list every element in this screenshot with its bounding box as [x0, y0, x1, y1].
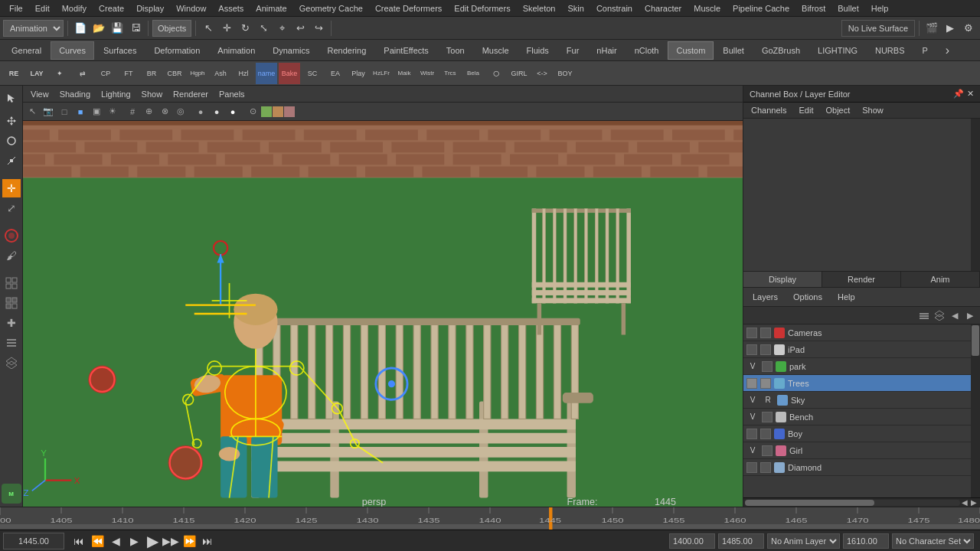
- vp-outline-icon[interactable]: ⊙: [245, 104, 260, 119]
- tab-bullet[interactable]: Bullet: [714, 41, 753, 60]
- vp-sphere2-icon[interactable]: ●: [209, 104, 224, 119]
- menu-edit-deformers[interactable]: Edit Deformers: [448, 0, 516, 17]
- play-back-button[interactable]: ▶: [126, 533, 142, 549]
- layer-stack2-icon[interactable]: [933, 308, 946, 322]
- vp-wireframe-icon[interactable]: □: [57, 104, 72, 119]
- ipr-icon[interactable]: ▶: [942, 20, 959, 37]
- menu-animate[interactable]: Animate: [250, 0, 292, 17]
- vp-color3-icon[interactable]: [284, 106, 295, 117]
- menu-file[interactable]: File: [3, 0, 29, 17]
- paint-tool[interactable]: 🖌: [2, 246, 21, 265]
- show-manipulator-tool[interactable]: ✛: [2, 179, 21, 197]
- layer2-tool[interactable]: [2, 354, 21, 372]
- shelf-lay[interactable]: LAY: [26, 63, 47, 84]
- shelf-name[interactable]: name: [256, 63, 277, 84]
- layer-vis-check[interactable]: [746, 344, 757, 355]
- menu-skeleton[interactable]: Skeleton: [517, 0, 562, 17]
- menu-bifrost[interactable]: Bifrost: [795, 0, 831, 17]
- layer-vis-check[interactable]: [746, 378, 757, 389]
- tab-scroll-right[interactable]: ›: [937, 41, 958, 60]
- anim-layer-select[interactable]: No Anim Layer: [767, 533, 840, 549]
- layer-bench[interactable]: V Bench: [743, 409, 971, 425]
- vp-menu-renderer[interactable]: Renderer: [168, 86, 213, 103]
- vp-sphere1-icon[interactable]: ●: [193, 104, 208, 119]
- menu-assets[interactable]: Assets: [212, 0, 250, 17]
- scrollbar-thumb[interactable]: [972, 325, 979, 356]
- menu-bullet[interactable]: Bullet: [831, 0, 865, 17]
- subtab-help[interactable]: Help: [831, 291, 861, 303]
- menu-character[interactable]: Character: [639, 0, 688, 17]
- layer-ref-check[interactable]: [760, 328, 771, 338]
- tab-fluids[interactable]: Fluids: [518, 41, 557, 60]
- last-tool[interactable]: ⤢: [2, 199, 21, 217]
- tab-p[interactable]: P: [914, 41, 936, 60]
- viewport-scene[interactable]: X Y Z persp Frame: 1445: [23, 121, 743, 507]
- layer-ref-check[interactable]: [762, 361, 773, 372]
- menu-window[interactable]: Window: [170, 0, 212, 17]
- layers-scrollbar[interactable]: [971, 324, 980, 497]
- menu-display[interactable]: Display: [130, 0, 170, 17]
- grid2-tool[interactable]: [2, 294, 21, 312]
- save-as-icon[interactable]: 🖫: [127, 20, 144, 37]
- shelf-wistr[interactable]: Wistr: [416, 63, 438, 84]
- shelf-hzlfr[interactable]: HzLFr: [371, 63, 392, 84]
- object-menu[interactable]: Object: [821, 104, 854, 116]
- tab-animation[interactable]: Animation: [209, 41, 263, 60]
- tab-nhair[interactable]: nHair: [588, 41, 625, 60]
- shelf-sc[interactable]: SC: [302, 63, 323, 84]
- menu-constrain[interactable]: Constrain: [590, 0, 639, 17]
- shelf-cp[interactable]: CP: [95, 63, 116, 84]
- go-end-button[interactable]: ⏭: [199, 533, 216, 549]
- select-tool[interactable]: [2, 89, 21, 107]
- range-end-input[interactable]: [718, 533, 764, 549]
- layer-ref-check[interactable]: [762, 445, 773, 456]
- layers-tool[interactable]: [2, 334, 21, 352]
- menu-create-deformers[interactable]: Create Deformers: [369, 0, 448, 17]
- tab-anim[interactable]: Anim: [901, 272, 980, 287]
- edit-menu[interactable]: Edit: [794, 104, 818, 116]
- timeline-ruler[interactable]: 1400 1405 1410 1415 1420 1425 1430 1435 …: [0, 507, 980, 530]
- tab-ncloth[interactable]: nCloth: [626, 41, 668, 60]
- tab-curves[interactable]: Curves: [51, 41, 94, 60]
- layer-vis-check[interactable]: [746, 429, 757, 439]
- scroll-left-icon[interactable]: ◀: [960, 498, 969, 507]
- show-menu[interactable]: Show: [858, 104, 888, 116]
- shelf-ash[interactable]: Ash: [210, 63, 231, 84]
- right-panel-pin[interactable]: 📌: [953, 89, 964, 99]
- vp-snap-icon[interactable]: ⊕: [141, 104, 156, 119]
- tab-muscle[interactable]: Muscle: [474, 41, 518, 60]
- layer-ipad[interactable]: iPad: [743, 341, 971, 358]
- menu-skin[interactable]: Skin: [561, 0, 590, 17]
- shelf-play[interactable]: Play: [348, 63, 369, 84]
- menu-edit[interactable]: Edit: [29, 0, 56, 17]
- vp-menu-lighting[interactable]: Lighting: [96, 86, 136, 103]
- tab-gozbrush[interactable]: GoZBrush: [753, 41, 808, 60]
- menu-create[interactable]: Create: [93, 0, 130, 17]
- layer-ref-check[interactable]: [760, 462, 771, 473]
- select-icon[interactable]: ↖: [200, 20, 217, 37]
- lasso-icon[interactable]: ⌖: [273, 20, 290, 37]
- redo-icon[interactable]: ↪: [310, 20, 327, 37]
- tab-surfaces[interactable]: Surfaces: [95, 41, 145, 60]
- layers-hscrollbar-thumb[interactable]: [745, 500, 874, 506]
- layer-sky[interactable]: V R Sky: [743, 392, 971, 409]
- tab-nurbs[interactable]: NURBS: [867, 41, 913, 60]
- scale-icon[interactable]: ⤡: [255, 20, 272, 37]
- vp-color1-icon[interactable]: [261, 106, 272, 117]
- prev-frame-button[interactable]: ◀: [107, 533, 124, 549]
- scroll-right-icon[interactable]: ▶: [969, 498, 978, 507]
- layer-vis-check[interactable]: [746, 462, 757, 473]
- layer-arrow-right-icon[interactable]: ▶: [963, 308, 977, 322]
- layer-park[interactable]: V park: [743, 358, 971, 375]
- menu-geometry-cache[interactable]: Geometry Cache: [293, 0, 369, 17]
- grid-tool[interactable]: [2, 274, 21, 292]
- next-key-button[interactable]: ⏩: [181, 533, 198, 549]
- tab-fur[interactable]: Fur: [558, 41, 588, 60]
- layer-ref-check[interactable]: [760, 378, 771, 389]
- vp-camera-icon[interactable]: 📷: [41, 104, 56, 119]
- tab-dynamics[interactable]: Dynamics: [264, 41, 318, 60]
- rotate-tool[interactable]: [2, 132, 21, 150]
- save-icon[interactable]: 💾: [109, 20, 126, 37]
- next-frame-button[interactable]: ▶▶: [162, 533, 179, 549]
- settings-icon[interactable]: ⚙: [960, 20, 977, 37]
